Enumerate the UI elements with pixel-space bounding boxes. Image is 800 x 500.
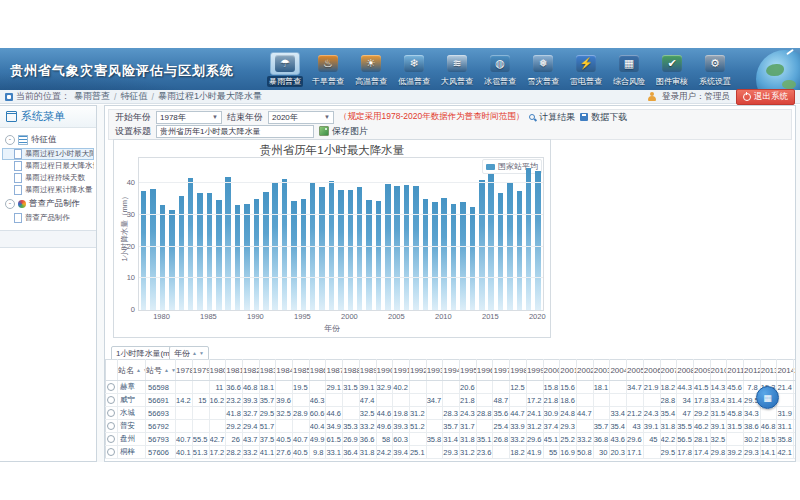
table-row-57606[interactable]: 桐梓5760640.151.317.228.233.241.127.640.59…	[106, 446, 796, 459]
nav-label: 低温普查	[398, 76, 430, 87]
sidebar-item[interactable]: 暴雨过程持续天数	[2, 172, 94, 184]
year-header-1979[interactable]: 1979	[192, 360, 209, 381]
year-header-2003[interactable]: 2003	[593, 360, 610, 381]
drought-survey-glyph: ♨	[318, 55, 338, 72]
year-header-2000[interactable]: 2000	[543, 360, 560, 381]
year-header-2006[interactable]: 2006	[643, 360, 660, 381]
year-header-1996[interactable]: 1996	[476, 360, 493, 381]
year-header-1993[interactable]: 1993	[426, 360, 443, 381]
year-header-1990[interactable]: 1990	[376, 360, 393, 381]
row-radio-button[interactable]	[107, 409, 115, 417]
sidebar-item[interactable]: 暴雨过程日最大降水量	[2, 160, 94, 172]
year-header-2015[interactable]: 2015	[794, 360, 795, 381]
logout-button[interactable]: 退出系统	[736, 89, 795, 105]
nav-item-snow-survey[interactable]: ❅雪灾普查	[524, 52, 562, 87]
bar-1994	[291, 201, 297, 310]
year-header-1999[interactable]: 1999	[526, 360, 543, 381]
year-header-2012[interactable]: 2012	[744, 360, 761, 381]
start-year-select[interactable]: 1978年 ▼	[156, 111, 222, 124]
tree-toggle-icon[interactable]: -	[5, 199, 15, 209]
nav-item-drought-survey[interactable]: ♨干旱普查	[309, 52, 347, 87]
year-header-1981[interactable]: 1981	[226, 360, 243, 381]
breadcrumb-item[interactable]: 暴雨过程1小时最大降水量	[158, 90, 262, 103]
bar-2000	[348, 190, 354, 310]
sidebar-item-label: 暴雨过程1小时最大降水量	[25, 149, 94, 159]
nav-item-comprehensive-risk[interactable]: ▦综合风险	[610, 52, 648, 87]
table-row-56691[interactable]: 威宁5669114.21516.223.239.335.739.646.347.…	[106, 394, 796, 407]
nav-item-system-settings[interactable]: ⚙系统设置	[696, 52, 734, 87]
year-header-1994[interactable]: 1994	[443, 360, 460, 381]
year-header-1995[interactable]: 1995	[460, 360, 477, 381]
value-2015	[794, 420, 795, 433]
station-name-header[interactable]: 站名▲▼	[118, 360, 146, 381]
y-tick-label: 40	[115, 178, 135, 187]
year-header-1982[interactable]: 1982	[242, 360, 259, 381]
table-row-56598[interactable]: 赫章565981136.646.818.119.529.131.539.132.…	[106, 381, 796, 394]
year-header-1987[interactable]: 1987	[326, 360, 343, 381]
sidebar-item[interactable]: 普查产品制作	[2, 212, 94, 224]
table-row-56693[interactable]: 水城5669341.832.729.532.528.960.644.632.54…	[106, 407, 796, 420]
sidebar-group-普查产品制作[interactable]: -普查产品制作	[2, 196, 94, 212]
year-header-2002[interactable]: 2002	[576, 360, 593, 381]
sort-desc-icon[interactable]: ▼	[199, 351, 204, 356]
chart-title-input[interactable]	[156, 125, 314, 138]
row-radio-button[interactable]	[107, 422, 115, 430]
year-header-2011[interactable]: 2011	[727, 360, 744, 381]
table-row-56792[interactable]: 普安5679229.229.451.740.434.935.333.249.63…	[106, 420, 796, 433]
nav-item-high-temp-survey[interactable]: ☀高温普查	[352, 52, 390, 87]
nav-item-hail-survey[interactable]: ◍冰雹普查	[481, 52, 519, 87]
year-header-2001[interactable]: 2001	[560, 360, 577, 381]
sidebar-item[interactable]: 暴雨过程累计降水量	[2, 184, 94, 196]
nav-item-wind-survey[interactable]: ≋大风普查	[438, 52, 476, 87]
row-radio-button[interactable]	[107, 383, 115, 391]
year-header-1989[interactable]: 1989	[359, 360, 376, 381]
year-header-1988[interactable]: 1988	[343, 360, 360, 381]
download-button[interactable]: 数据下载	[580, 111, 627, 124]
value-1999	[526, 381, 543, 394]
sidebar-item[interactable]: 暴雨过程1小时最大降水量	[2, 148, 94, 160]
sort-asc-icon[interactable]: ▲	[192, 351, 197, 356]
end-year-select[interactable]: 2020年 ▼	[268, 111, 334, 124]
bar-2008	[423, 199, 429, 310]
nav-item-low-temp-survey[interactable]: ❄低温普查	[395, 52, 433, 87]
bar-2007	[413, 186, 419, 310]
nav-item-map-review[interactable]: ✔图件审核	[653, 52, 691, 87]
year-header-2013[interactable]: 2013	[760, 360, 777, 381]
year-header-2005[interactable]: 2005	[627, 360, 644, 381]
year-header-2009[interactable]: 2009	[693, 360, 710, 381]
breadcrumb-item[interactable]: 暴雨普查	[74, 90, 110, 103]
year-header-1983[interactable]: 1983	[259, 360, 276, 381]
year-header-2004[interactable]: 2004	[610, 360, 627, 381]
sort-asc-icon[interactable]: ▲	[136, 368, 141, 373]
float-chart-toggle-button[interactable]: ▦	[756, 386, 779, 409]
table-row-56793[interactable]: 盘州5679340.755.542.72643.737.540.540.749.…	[106, 433, 796, 446]
sidebar-group-特征值[interactable]: -特征值	[2, 132, 94, 148]
year-header-1985[interactable]: 1985	[293, 360, 310, 381]
nav-item-rainstorm-survey[interactable]: ☂暴雨普查	[266, 52, 304, 87]
year-header-1991[interactable]: 1991	[393, 360, 410, 381]
year-header-2007[interactable]: 2007	[660, 360, 677, 381]
year-header-2014[interactable]: 2014	[777, 360, 794, 381]
year-header-2010[interactable]: 2010	[710, 360, 727, 381]
sort-asc-icon[interactable]: ▲	[164, 368, 169, 373]
year-header-1978[interactable]: 1978	[176, 360, 193, 381]
year-header-1992[interactable]: 1992	[409, 360, 426, 381]
sort-desc-icon[interactable]: ▼	[171, 368, 176, 373]
value-1998: 33.2	[510, 433, 527, 446]
station-id-header[interactable]: 站号▲▼	[146, 360, 176, 381]
tree-toggle-icon[interactable]: -	[5, 135, 15, 145]
year-header-2008[interactable]: 2008	[677, 360, 694, 381]
row-radio-button[interactable]	[107, 435, 115, 443]
station-name: 普安	[118, 420, 146, 433]
year-header-1998[interactable]: 1998	[510, 360, 527, 381]
year-header-1984[interactable]: 1984	[276, 360, 293, 381]
nav-item-lightning-survey[interactable]: ⚡雷电普查	[567, 52, 605, 87]
row-radio-button[interactable]	[107, 396, 115, 404]
year-header-1997[interactable]: 1997	[493, 360, 510, 381]
calculate-button[interactable]: 计算结果	[529, 111, 575, 124]
save-image-button[interactable]: 保存图片	[319, 125, 368, 138]
year-header-1980[interactable]: 1980	[209, 360, 226, 381]
row-radio-button[interactable]	[107, 448, 115, 456]
year-header-1986[interactable]: 1986	[309, 360, 326, 381]
breadcrumb-item[interactable]: 特征值	[121, 90, 148, 103]
